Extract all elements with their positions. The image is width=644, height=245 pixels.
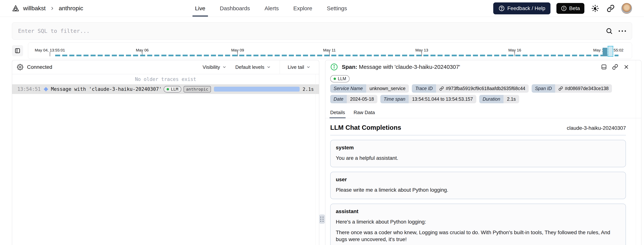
theme-toggle-icon[interactable] [590,4,600,13]
tab-explore[interactable]: Explore [293,0,312,17]
visibility-dropdown[interactable]: Visibility [202,64,226,70]
message-text: There once was a coder who knew, Logging… [336,229,620,243]
chevron-right-icon [50,6,54,11]
sql-filter-input[interactable] [18,28,606,34]
trace-row[interactable]: 13:54:51 Message with 'claude-3-haiku-20… [12,84,319,94]
model-name: claude-3-haiku-20240307 [567,125,626,131]
message-role: user [336,177,620,182]
tab-raw-data[interactable]: Raw Data [354,110,375,118]
chevron-down-icon [222,65,226,69]
no-older-traces-message: No older traces exist [12,74,319,84]
attribute-service-name: Service Name unknown_service [330,84,409,93]
attribute-date: Date 2024-05-18 [330,95,377,103]
live-tail-dropdown[interactable]: Live tail [288,64,310,70]
traces-panel: Connected Visibility Default levels Live… [12,60,319,245]
info-circle-green-icon [330,63,338,71]
span-llm-badge: LLM [330,75,350,82]
timeline-section: May 04, 13:55:01 May 06 May 09 May 11 Ma… [12,43,632,59]
timeline-selection-window[interactable] [608,46,613,57]
span-attributes-row-2: Date 2024-05-18 Time span 13:54:51.044 t… [325,93,641,103]
gear-icon[interactable] [17,64,23,70]
link-chain-icon [440,86,444,91]
span-link-icon[interactable] [612,64,618,70]
diamond-icon [44,87,48,91]
message-text: Here's a limerick about Python logging: [336,218,620,225]
section-title: LLM Chat Completions [330,124,401,131]
connection-status: Connected [17,64,52,70]
breadcrumb-org[interactable]: willbakst [23,5,46,12]
chevron-down-icon [306,65,310,69]
message-card-system: system You are a helpful assistant. [330,140,626,167]
attribute-duration: Duration 2.1s [479,95,519,103]
close-icon[interactable] [623,64,629,70]
sidebar-toggle-icon[interactable] [12,45,23,56]
filter-section [12,22,632,40]
timeline-histogram-bar [603,48,607,56]
tab-live[interactable]: Live [195,0,205,17]
span-title: Span: Message with 'claude-3-haiku-20240… [342,64,460,70]
span-detail-tabs: Details Raw Data [325,104,641,118]
duration-bar [214,87,300,92]
panel-resize-handle[interactable] [319,214,325,224]
status-dot-icon [166,88,169,90]
info-circle-icon [561,6,567,11]
traces-scroll-gutter [315,74,316,245]
tab-alerts[interactable]: Alerts [264,0,279,17]
trace-controls: Visibility Default levels Live tail [202,60,319,74]
tab-details[interactable]: Details [330,110,345,118]
tab-settings[interactable]: Settings [327,0,347,17]
timeline-tick [50,52,50,56]
span-scroll-gutter [636,60,636,245]
logfire-logo-icon [12,5,20,12]
breadcrumb-project[interactable]: anthropic [59,5,83,12]
service-badge: anthropic [184,86,211,93]
tab-dashboards[interactable]: Dashboards [220,0,250,17]
breadcrumb[interactable]: willbakst anthropic [12,5,83,12]
section-divider [330,135,626,135]
attribute-time-span: Time span 13:54:51.044 to 13:54:53.157 [380,95,476,103]
span-attributes-row-1: Service Name unknown_service Trace ID #9… [325,83,641,93]
share-link-icon[interactable] [606,4,615,13]
nav-tabs: Live Dashboards Alerts Explore Settings [195,0,347,17]
message-text: You are a helpful assistant. [336,155,620,162]
attribute-trace-id[interactable]: Trace ID #973fba5919cf9c618aafdb2635f68c… [412,84,529,93]
link-chain-icon [558,86,563,91]
question-circle-icon [498,5,505,12]
span-header: Span: Message with 'claude-3-haiku-20240… [325,60,641,74]
trace-message: Message with 'claude-3-haiku-20240307' [51,86,162,92]
message-role: assistant [336,208,620,214]
dock-panel-icon[interactable] [601,64,607,70]
message-role: system [336,145,620,151]
sql-filter-bar [12,22,632,40]
timeline-dashed-track [55,55,618,56]
message-text: Please write me a limerick about Python … [336,187,620,193]
message-card-assistant: assistant Here's a limerick about Python… [330,204,626,245]
timeline-chart[interactable]: May 04, 13:55:01 May 06 May 09 May 11 Ma… [28,43,632,59]
more-options-icon[interactable] [618,29,626,33]
span-detail-panel: Span: Message with 'claude-3-haiku-20240… [325,60,642,245]
chevron-down-icon [267,65,271,69]
connection-status-label: Connected [27,64,52,70]
status-dot-icon [334,78,336,80]
message-card-user: user Please write me a limerick about Py… [330,172,626,199]
top-nav: willbakst anthropic Live Dashboards Aler… [0,0,644,17]
default-levels-dropdown[interactable]: Default levels [235,64,271,70]
traces-panel-header: Connected Visibility Default levels Live… [12,60,319,74]
span-detail-content: LLM Chat Completions claude-3-haiku-2024… [325,118,641,245]
trace-timestamp: 13:54:51 [17,86,40,92]
nav-actions: Feedback / Help Beta [493,3,632,14]
beta-button[interactable]: Beta [556,3,584,14]
llm-badge: LLM [164,86,181,93]
trace-duration: 2.1s [302,87,314,92]
feedback-help-button[interactable]: Feedback / Help [493,3,551,14]
user-avatar[interactable] [621,3,632,14]
attribute-span-id[interactable]: Span ID #d08697de343ce138 [532,84,612,93]
search-icon[interactable] [606,28,613,35]
